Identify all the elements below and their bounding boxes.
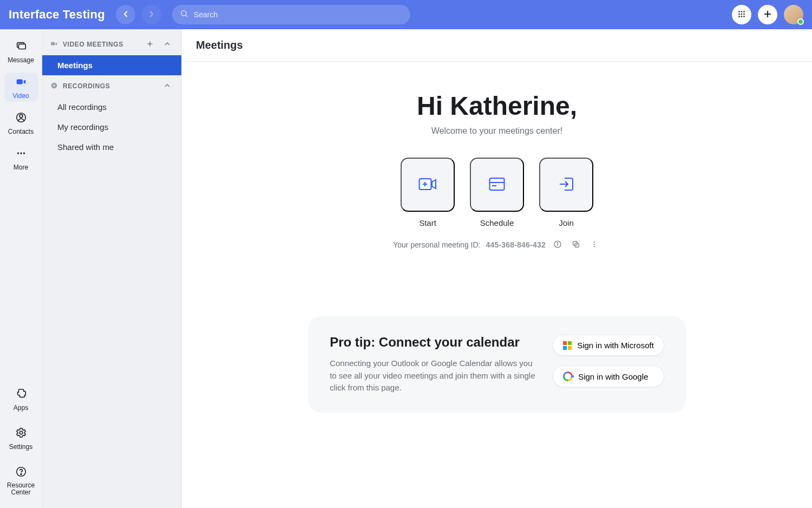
top-bar: Interface Testing <box>0 0 812 29</box>
chevron-up-icon <box>163 40 172 50</box>
action-label: Schedule <box>480 218 514 227</box>
chevron-up-icon <box>163 81 172 92</box>
svg-point-7 <box>743 13 745 15</box>
join-button[interactable] <box>539 158 593 212</box>
section-add-button[interactable] <box>143 38 156 51</box>
svg-point-19 <box>20 152 22 154</box>
svg-rect-31 <box>490 178 505 190</box>
svg-line-1 <box>186 15 187 17</box>
section-collapse-button[interactable] <box>161 80 174 93</box>
svg-point-16 <box>19 114 23 118</box>
rail-item-label: Contacts <box>4 128 38 135</box>
chevron-left-icon <box>121 9 130 21</box>
pmi-more-button[interactable] <box>588 238 601 251</box>
pmi-label: Your personal meeting ID: <box>393 240 480 249</box>
svg-rect-24 <box>51 42 55 45</box>
page-title: Meetings <box>182 29 812 62</box>
help-icon <box>15 470 27 479</box>
copy-icon <box>572 240 580 250</box>
video-small-icon <box>50 40 58 50</box>
svg-point-5 <box>738 13 740 15</box>
rail-item-label: Video <box>4 92 38 100</box>
sidebar-item-my-recordings[interactable]: My recordings <box>42 117 181 137</box>
svg-point-18 <box>17 152 18 154</box>
rail-item-label: Apps <box>4 404 38 412</box>
tip-title: Pro tip: Connect your calendar <box>330 335 535 350</box>
contacts-icon <box>15 116 27 125</box>
rail-item-more[interactable]: More <box>4 144 38 173</box>
pmi-copy-button[interactable] <box>569 238 582 251</box>
video-icon <box>15 80 27 89</box>
google-icon <box>563 372 573 381</box>
rail-item-video[interactable]: Video <box>4 73 38 102</box>
pmi-value: 445-368-846-432 <box>486 240 545 249</box>
action-label: Start <box>419 218 436 227</box>
search-icon <box>180 9 188 20</box>
section-title: RECORDINGS <box>63 82 110 90</box>
microsoft-icon <box>563 341 572 350</box>
greeting: Hi Katherine, <box>182 91 812 121</box>
nav-back-button[interactable] <box>116 5 135 24</box>
info-icon <box>553 240 562 250</box>
camera-plus-icon <box>418 177 437 193</box>
svg-point-8 <box>738 16 740 17</box>
enter-icon <box>558 177 574 193</box>
svg-point-3 <box>741 11 743 12</box>
search-field[interactable] <box>172 5 410 24</box>
main-content: Meetings Hi Katherine, Welcome to your m… <box>182 29 812 508</box>
svg-rect-14 <box>18 44 25 49</box>
subtitle: Welcome to your meetings center! <box>182 126 812 136</box>
secondary-sidebar: VIDEO MEETINGS Meetings RECORDINGS <box>42 29 182 508</box>
svg-point-6 <box>741 13 743 15</box>
rail-item-settings[interactable]: Settings <box>4 424 38 453</box>
svg-point-41 <box>594 245 595 246</box>
plus-icon <box>146 40 154 50</box>
schedule-button[interactable] <box>470 158 524 212</box>
svg-point-0 <box>181 11 186 16</box>
svg-point-9 <box>741 16 743 17</box>
rail-item-contacts[interactable]: Contacts <box>4 108 38 138</box>
tip-body: Connecting your Outlook or Google Calend… <box>330 357 535 394</box>
svg-point-10 <box>743 16 745 17</box>
personal-meeting-id-row: Your personal meeting ID: 445-368-846-43… <box>182 238 812 251</box>
start-button[interactable] <box>401 158 455 212</box>
pro-tip-card: Pro tip: Connect your calendar Connectin… <box>308 316 686 413</box>
left-rail: Message Video Contacts More <box>0 29 42 508</box>
sidebar-item-all-recordings[interactable]: All recordings <box>42 97 181 117</box>
profile-avatar[interactable] <box>784 5 803 24</box>
plus-icon <box>763 9 772 21</box>
rail-item-resource-center[interactable]: Resource Center <box>4 463 38 498</box>
gear-icon <box>15 431 27 440</box>
section-video-meetings: VIDEO MEETINGS <box>42 34 181 55</box>
presence-indicator <box>797 18 804 25</box>
section-recordings: RECORDINGS <box>42 75 181 97</box>
app-title: Interface Testing <box>9 8 105 22</box>
pmi-info-button[interactable] <box>551 238 564 251</box>
apps-icon <box>15 392 27 401</box>
svg-point-20 <box>23 152 24 154</box>
rail-item-label: Settings <box>4 443 38 451</box>
svg-point-40 <box>594 243 595 244</box>
section-collapse-button[interactable] <box>161 38 174 51</box>
message-icon <box>15 44 27 54</box>
svg-point-39 <box>594 241 595 242</box>
play-circle-icon <box>50 81 58 92</box>
sidebar-item-meetings[interactable]: Meetings <box>42 55 181 75</box>
nav-forward-button[interactable] <box>142 5 161 24</box>
dialpad-icon <box>737 9 746 21</box>
svg-point-21 <box>19 431 23 434</box>
button-label: Sign in with Google <box>578 372 648 381</box>
rail-item-apps[interactable]: Apps <box>4 385 38 414</box>
signin-google-button[interactable]: Sign in with Google <box>553 366 664 387</box>
dialpad-button[interactable] <box>732 5 751 24</box>
calendar-icon <box>489 177 505 193</box>
sidebar-item-shared-with-me[interactable]: Shared with me <box>42 137 181 157</box>
signin-microsoft-button[interactable]: Sign in with Microsoft <box>553 335 664 356</box>
rail-item-label: Message <box>4 56 38 64</box>
svg-point-23 <box>21 473 22 474</box>
search-input[interactable] <box>193 10 403 19</box>
svg-point-36 <box>557 242 558 243</box>
rail-item-message[interactable]: Message <box>4 37 38 66</box>
new-button[interactable] <box>758 5 777 24</box>
hero: Hi Katherine, Welcome to your meetings c… <box>182 62 812 251</box>
